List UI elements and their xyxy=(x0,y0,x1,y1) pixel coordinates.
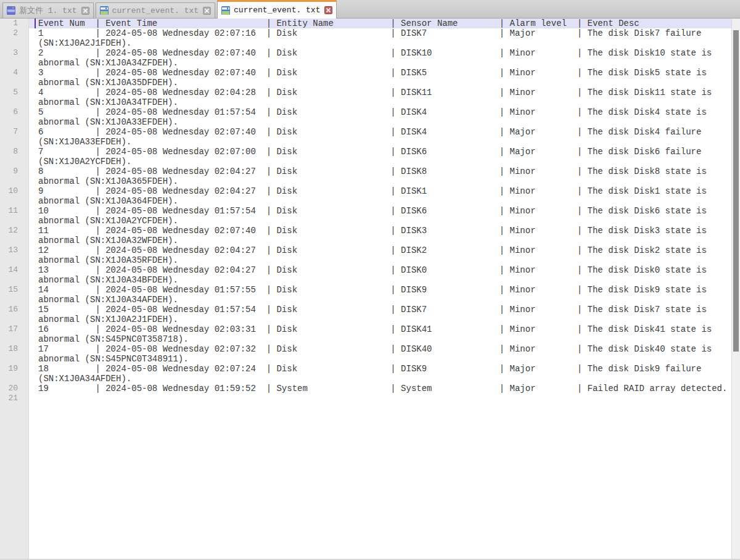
line-text[interactable] xyxy=(29,393,731,403)
editor-line-current: 1Event Num | Event Time | Entity Name | … xyxy=(0,19,731,28)
floppy-disk-icon xyxy=(6,6,16,15)
editor-line: 32 | 2024-05-08 Wednesday 02:07:40 | Dis… xyxy=(0,48,731,68)
editor-line: 21 xyxy=(0,393,731,403)
editor-line: 1211 | 2024-05-08 Wednesday 02:07:40 | D… xyxy=(0,226,731,245)
line-text[interactable]: 6 | 2024-05-08 Wednesday 02:07:40 | Disk… xyxy=(29,127,731,147)
editor-line: 87 | 2024-05-08 Wednesday 02:07:00 | Dis… xyxy=(0,147,731,167)
line-text[interactable]: 19 | 2024-05-08 Wednesday 01:59:52 | Sys… xyxy=(29,384,731,393)
line-number: 6 xyxy=(0,107,29,127)
close-icon[interactable] xyxy=(324,6,332,14)
editor-line: 1716 | 2024-05-08 Wednesday 02:03:31 | D… xyxy=(0,324,731,344)
editor-line: 65 | 2024-05-08 Wednesday 01:57:54 | Dis… xyxy=(0,107,731,127)
tab-bar: 新文件 1. txt current_event. txt xyxy=(0,0,740,19)
floppy-disk-icon xyxy=(221,6,231,15)
line-text[interactable]: 9 | 2024-05-08 Wednesday 02:04:27 | Disk… xyxy=(29,186,731,206)
line-text[interactable]: 16 | 2024-05-08 Wednesday 02:03:31 | Dis… xyxy=(29,324,731,344)
line-number: 10 xyxy=(0,186,29,206)
line-text[interactable]: 7 | 2024-05-08 Wednesday 02:07:00 | Disk… xyxy=(29,147,731,167)
line-text[interactable]: 10 | 2024-05-08 Wednesday 01:57:54 | Dis… xyxy=(29,206,731,226)
line-text[interactable]: 4 | 2024-05-08 Wednesday 02:04:28 | Disk… xyxy=(29,88,731,107)
line-number: 2 xyxy=(0,28,29,48)
line-number: 7 xyxy=(0,127,29,147)
editor-line: 76 | 2024-05-08 Wednesday 02:07:40 | Dis… xyxy=(0,127,731,147)
line-number: 14 xyxy=(0,265,29,285)
line-text[interactable]: 12 | 2024-05-08 Wednesday 02:04:27 | Dis… xyxy=(29,245,731,265)
tab-current-event-1[interactable]: current_event. txt xyxy=(96,2,215,18)
line-number: 21 xyxy=(0,393,29,403)
line-number: 11 xyxy=(0,206,29,226)
editor-line: 1817 | 2024-05-08 Wednesday 02:07:32 | D… xyxy=(0,344,731,364)
editor-line: 1110 | 2024-05-08 Wednesday 01:57:54 | D… xyxy=(0,206,731,226)
tab-label: current_event. txt xyxy=(112,6,199,15)
line-number: 15 xyxy=(0,285,29,305)
line-text[interactable]: 2 | 2024-05-08 Wednesday 02:07:40 | Disk… xyxy=(29,48,731,68)
vertical-scrollbar[interactable] xyxy=(731,19,740,559)
text-editor-window: 新文件 1. txt current_event. txt xyxy=(0,0,740,560)
tab-label: 新文件 1. txt xyxy=(19,5,77,16)
line-text[interactable]: 18 | 2024-05-08 Wednesday 02:07:24 | Dis… xyxy=(29,364,731,384)
line-number: 17 xyxy=(0,324,29,344)
editor-line: 1514 | 2024-05-08 Wednesday 01:57:55 | D… xyxy=(0,285,731,305)
editor-line: 54 | 2024-05-08 Wednesday 02:04:28 | Dis… xyxy=(0,88,731,107)
editor-line: 1312 | 2024-05-08 Wednesday 02:04:27 | D… xyxy=(0,245,731,265)
line-number: 12 xyxy=(0,226,29,245)
editor-line: 1413 | 2024-05-08 Wednesday 02:04:27 | D… xyxy=(0,265,731,285)
tab-new-file-1[interactable]: 新文件 1. txt xyxy=(2,2,94,18)
scrollbar-thumb[interactable] xyxy=(733,30,739,352)
line-text[interactable]: 11 | 2024-05-08 Wednesday 02:07:40 | Dis… xyxy=(29,226,731,245)
line-text[interactable]: 15 | 2024-05-08 Wednesday 01:57:54 | Dis… xyxy=(29,305,731,324)
line-text[interactable]: Event Num | Event Time | Entity Name | S… xyxy=(29,19,731,28)
line-number: 13 xyxy=(0,245,29,265)
line-number: 16 xyxy=(0,305,29,324)
line-number: 5 xyxy=(0,88,29,107)
line-text[interactable]: 3 | 2024-05-08 Wednesday 02:07:40 | Disk… xyxy=(29,68,731,88)
text-caret xyxy=(35,19,36,28)
line-number: 8 xyxy=(0,147,29,167)
line-number: 19 xyxy=(0,364,29,384)
line-text[interactable]: 1 | 2024-05-08 Wednesday 02:07:16 | Disk… xyxy=(29,28,731,48)
editor-line: 1615 | 2024-05-08 Wednesday 01:57:54 | D… xyxy=(0,305,731,324)
editor-line: 98 | 2024-05-08 Wednesday 02:04:27 | Dis… xyxy=(0,167,731,186)
line-text[interactable]: 17 | 2024-05-08 Wednesday 02:07:32 | Dis… xyxy=(29,344,731,364)
editor-area[interactable]: 1Event Num | Event Time | Entity Name | … xyxy=(0,19,740,560)
close-icon[interactable] xyxy=(81,7,89,15)
tab-label: current_event. txt xyxy=(234,6,320,15)
floppy-disk-icon xyxy=(99,6,109,15)
editor-line: 1918 | 2024-05-08 Wednesday 02:07:24 | D… xyxy=(0,364,731,384)
line-number: 9 xyxy=(0,167,29,186)
line-text[interactable]: 14 | 2024-05-08 Wednesday 01:57:55 | Dis… xyxy=(29,285,731,305)
line-number: 20 xyxy=(0,384,29,393)
close-icon[interactable] xyxy=(203,7,211,15)
line-number: 3 xyxy=(0,48,29,68)
tab-current-event-2-active[interactable]: current_event. txt xyxy=(217,0,337,19)
editor-line: 2019 | 2024-05-08 Wednesday 01:59:52 | S… xyxy=(0,384,731,393)
line-text[interactable]: 8 | 2024-05-08 Wednesday 02:04:27 | Disk… xyxy=(29,167,731,186)
line-text[interactable]: 13 | 2024-05-08 Wednesday 02:04:27 | Dis… xyxy=(29,265,731,285)
line-text[interactable]: 5 | 2024-05-08 Wednesday 01:57:54 | Disk… xyxy=(29,107,731,127)
line-number: 4 xyxy=(0,68,29,88)
line-number: 1 xyxy=(0,19,29,28)
editor-line: 109 | 2024-05-08 Wednesday 02:04:27 | Di… xyxy=(0,186,731,206)
editor-line: 43 | 2024-05-08 Wednesday 02:07:40 | Dis… xyxy=(0,68,731,88)
editor-lines: 1Event Num | Event Time | Entity Name | … xyxy=(0,19,731,403)
editor-line: 21 | 2024-05-08 Wednesday 02:07:16 | Dis… xyxy=(0,28,731,48)
line-number: 18 xyxy=(0,344,29,364)
